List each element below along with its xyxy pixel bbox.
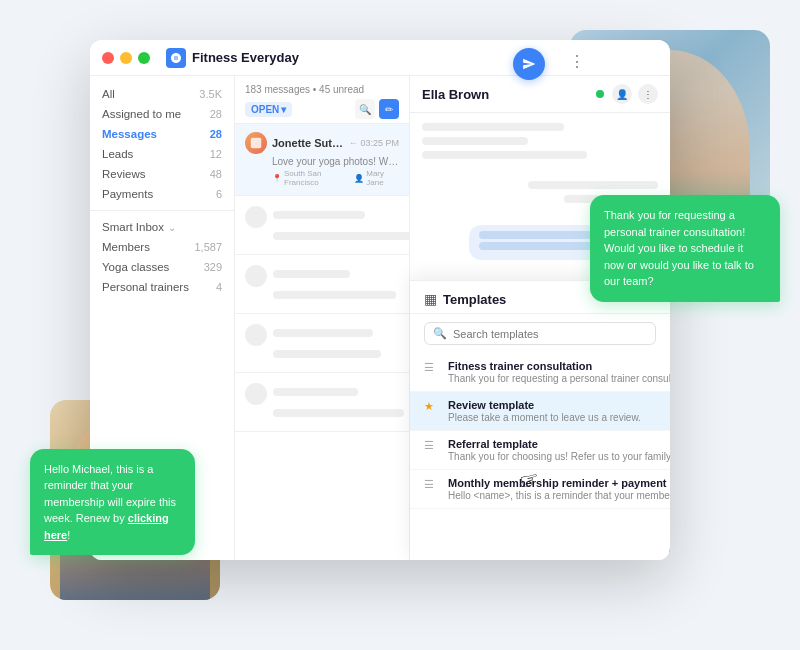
conv-filter-bar: OPEN ▾ 🔍 ✏ bbox=[245, 99, 399, 119]
sidebar-item-trainers[interactable]: Personal trainers 4 bbox=[90, 277, 234, 297]
close-button[interactable] bbox=[102, 52, 114, 64]
list-item[interactable] bbox=[235, 255, 409, 314]
templates-title: Templates bbox=[443, 292, 506, 307]
template-item-consultation[interactable]: ☰ Fitness trainer consultation Thank you… bbox=[410, 353, 670, 392]
compose-icon[interactable]: ✏ bbox=[379, 99, 399, 119]
chat-contact-name: Ella Brown bbox=[422, 87, 588, 102]
conv-meta: 183 messages • 45 unread bbox=[245, 84, 399, 95]
sidebar-item-assigned[interactable]: Assigned to me 28 bbox=[90, 104, 234, 124]
app-title-area: Fitness Everyday bbox=[166, 48, 299, 68]
template-name: Fitness trainer consultation bbox=[448, 360, 670, 372]
conv-time: ← 03:25 PM bbox=[349, 138, 399, 148]
template-name: Referral template bbox=[448, 438, 670, 450]
conv-message: Love your yoga photos! When is the next … bbox=[245, 156, 399, 167]
sidebar-item-all[interactable]: All 3.5K bbox=[90, 84, 234, 104]
search-icon: 🔍 bbox=[433, 327, 447, 340]
conv-name: Jonette Sutter bbox=[272, 137, 344, 149]
user-icon[interactable]: 👤 bbox=[612, 84, 632, 104]
conv-header: 183 messages • 45 unread OPEN ▾ 🔍 ✏ bbox=[235, 76, 409, 124]
star-icon: ★ bbox=[424, 400, 440, 416]
template-item-review[interactable]: ★ Review template Please take a moment t… bbox=[410, 392, 670, 431]
template-item-referral[interactable]: ☰ Referral template Thank you for choosi… bbox=[410, 431, 670, 470]
minimize-button[interactable] bbox=[120, 52, 132, 64]
templates-icon: ▦ bbox=[424, 291, 437, 307]
message-placeholder bbox=[528, 181, 658, 189]
conv-items: Jonette Sutter ← 03:25 PM Love your yoga… bbox=[235, 124, 409, 560]
conv-location: 📍 South San Francisco bbox=[272, 169, 350, 187]
sidebar-item-messages[interactable]: Messages 28 bbox=[90, 124, 234, 144]
conv-item-active[interactable]: Jonette Sutter ← 03:25 PM Love your yoga… bbox=[235, 124, 409, 196]
list-item[interactable] bbox=[235, 373, 409, 432]
chevron-down-icon: ⌄ bbox=[168, 222, 176, 233]
conv-assignee: 👤 Mary Jane bbox=[354, 169, 399, 187]
template-preview: Hello <name>, this is a reminder that yo… bbox=[448, 490, 670, 501]
chat-bubble-top-right: Thank you for requesting a personal trai… bbox=[590, 195, 780, 302]
chat-bubble-bottom-left: Hello Michael, this is a reminder that y… bbox=[30, 449, 195, 556]
template-item-membership[interactable]: ☰ Monthly membership reminder + payment … bbox=[410, 470, 670, 509]
templates-panel: ▦ Templates 🔍 ☰ Fitness trainer consulta… bbox=[410, 280, 670, 560]
avatar bbox=[245, 132, 267, 154]
smart-inbox-label: Smart Inbox bbox=[102, 221, 164, 233]
conversation-list: 183 messages • 45 unread OPEN ▾ 🔍 ✏ bbox=[235, 76, 410, 560]
template-preview: Thank you for requesting a personal trai… bbox=[448, 373, 670, 384]
open-filter[interactable]: OPEN ▾ bbox=[245, 102, 292, 117]
sidebar-item-leads[interactable]: Leads 12 bbox=[90, 144, 234, 164]
send-channel-icon[interactable] bbox=[513, 48, 545, 80]
doc-icon: ☰ bbox=[424, 361, 440, 377]
sidebar-item-yoga[interactable]: Yoga classes 329 bbox=[90, 257, 234, 277]
maximize-button[interactable] bbox=[138, 52, 150, 64]
templates-list: ☰ Fitness trainer consultation Thank you… bbox=[410, 353, 670, 560]
conv-search: 🔍 ✏ bbox=[355, 99, 399, 119]
templates-search-input[interactable] bbox=[453, 328, 647, 340]
template-name: Review template bbox=[448, 399, 656, 411]
app-logo bbox=[166, 48, 186, 68]
online-status-indicator bbox=[596, 90, 604, 98]
sidebar-item-payments[interactable]: Payments 6 bbox=[90, 184, 234, 204]
message-placeholder bbox=[422, 151, 587, 159]
search-icon[interactable]: 🔍 bbox=[355, 99, 375, 119]
template-preview: Please take a moment to leave us a revie… bbox=[448, 412, 656, 423]
doc-icon: ☰ bbox=[424, 439, 440, 455]
templates-search-bar[interactable]: 🔍 bbox=[424, 322, 656, 345]
chevron-down-icon: ▾ bbox=[281, 104, 286, 115]
doc-icon: ☰ bbox=[424, 478, 440, 494]
chat-header-actions: 👤 ⋮ bbox=[612, 84, 658, 104]
overflow-menu-icon[interactable]: ⋮ bbox=[569, 52, 585, 71]
template-name: Monthly membership reminder + payment bbox=[448, 477, 670, 489]
list-item[interactable] bbox=[235, 314, 409, 373]
sidebar-item-reviews[interactable]: Reviews 48 bbox=[90, 164, 234, 184]
conv-tags: 📍 South San Francisco 👤 Mary Jane bbox=[245, 169, 399, 187]
sidebar-item-smart-inbox[interactable]: Smart Inbox ⌄ bbox=[90, 217, 234, 237]
more-options-icon[interactable]: ⋮ bbox=[638, 84, 658, 104]
sidebar-item-members[interactable]: Members 1,587 bbox=[90, 237, 234, 257]
traffic-lights bbox=[102, 52, 150, 64]
message-placeholder bbox=[422, 137, 528, 145]
message-placeholder bbox=[422, 123, 564, 131]
app-title: Fitness Everyday bbox=[192, 50, 299, 65]
template-preview: Thank you for choosing us! Refer us to y… bbox=[448, 451, 670, 462]
chat-header: Ella Brown 👤 ⋮ bbox=[410, 76, 670, 113]
list-item[interactable] bbox=[235, 196, 409, 255]
scene: Thank you for requesting a personal trai… bbox=[0, 0, 800, 650]
